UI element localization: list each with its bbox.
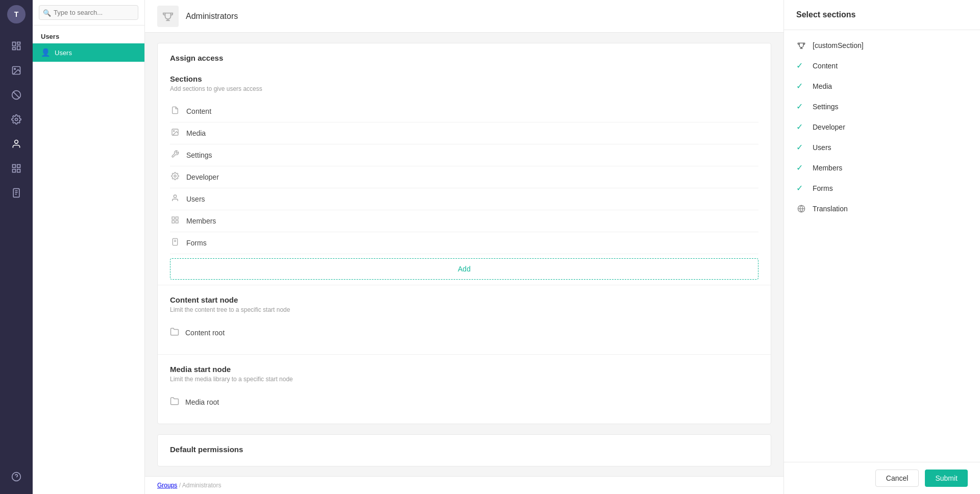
header-title: Administrators xyxy=(186,12,238,21)
nav-icon-users[interactable] xyxy=(6,134,27,154)
content-start-node-subtitle: Limit the content tree to a specific sta… xyxy=(170,306,758,313)
nav-icon-media[interactable] xyxy=(6,60,27,81)
sections-subtitle: Add sections to give users access xyxy=(170,85,758,92)
select-sections-header: Select sections xyxy=(784,0,980,30)
sidebar-item-users[interactable]: 👤 Users xyxy=(33,43,144,62)
default-permissions-card: Default permissions xyxy=(157,434,771,466)
option-forms[interactable]: ✓ Forms xyxy=(784,178,980,199)
option-members[interactable]: ✓ Members xyxy=(784,158,980,178)
option-users[interactable]: ✓ Users xyxy=(784,137,980,158)
svg-rect-23 xyxy=(176,217,178,219)
nav-icon-help[interactable] xyxy=(6,466,27,487)
content-area: Assign access Sections Add sections to g… xyxy=(145,33,783,487)
svg-rect-25 xyxy=(172,220,175,223)
assign-access-section: Assign access xyxy=(158,43,771,75)
svg-rect-10 xyxy=(17,169,20,172)
svg-point-20 xyxy=(174,175,176,177)
check-developer-icon: ✓ xyxy=(796,122,806,132)
forms-section-icon xyxy=(170,238,180,248)
right-panel: Select sections [customSection] ✓ Conten… xyxy=(783,0,980,494)
svg-rect-22 xyxy=(172,217,175,219)
content-root-item[interactable]: Content root xyxy=(170,322,758,344)
globe-icon xyxy=(796,204,806,214)
settings-icon xyxy=(170,150,180,160)
media-start-node-title: Media start node xyxy=(170,365,758,374)
assign-access-title: Assign access xyxy=(170,54,758,62)
trophy-icon xyxy=(162,11,174,22)
header-bar: Administrators xyxy=(145,0,783,33)
check-members-icon: ✓ xyxy=(796,163,806,173)
breadcrumb-groups[interactable]: Groups xyxy=(157,482,177,489)
check-settings-icon: ✓ xyxy=(796,102,806,112)
content-start-node-title: Content start node xyxy=(170,295,758,304)
svg-rect-24 xyxy=(176,220,178,223)
content-icon xyxy=(170,106,180,116)
main-content: Administrators Assign access Sections Ad… xyxy=(145,0,783,494)
check-content-icon: ✓ xyxy=(796,61,806,71)
right-panel-footer: Cancel Submit xyxy=(784,462,980,494)
option-content[interactable]: ✓ Content xyxy=(784,56,980,76)
trophy-opt-icon xyxy=(796,40,806,51)
media-start-node-section: Media start node Limit the media library… xyxy=(158,354,771,424)
media-start-node-subtitle: Limit the media library to a specific st… xyxy=(170,376,758,383)
nav-icon-settings[interactable] xyxy=(6,85,27,105)
check-forms-icon: ✓ xyxy=(796,183,806,193)
default-permissions-title: Default permissions xyxy=(170,445,758,454)
assign-access-card: Assign access Sections Add sections to g… xyxy=(157,43,771,424)
search-box: 🔍 xyxy=(33,0,144,26)
folder-icon xyxy=(170,327,179,338)
search-input[interactable] xyxy=(39,5,138,20)
svg-point-19 xyxy=(174,131,175,132)
svg-point-7 xyxy=(15,140,18,144)
nav-icon-members[interactable] xyxy=(6,158,27,179)
section-item-settings[interactable]: Settings xyxy=(170,144,758,166)
nav-icon-gear[interactable] xyxy=(6,109,27,130)
svg-rect-2 xyxy=(17,46,20,50)
content-start-node-section: Content start node Limit the content tre… xyxy=(158,285,771,354)
nav-icon-forms[interactable] xyxy=(6,183,27,203)
avatar[interactable]: T xyxy=(7,5,26,23)
cancel-button[interactable]: Cancel xyxy=(875,470,919,487)
breadcrumb: Groups / Administrators xyxy=(145,476,783,494)
submit-button[interactable]: Submit xyxy=(925,470,968,487)
svg-point-6 xyxy=(15,118,18,121)
add-section-button[interactable]: Add xyxy=(170,258,758,280)
select-sections-list: [customSection] ✓ Content ✓ Media ✓ Sett… xyxy=(784,30,980,462)
sidebar-section-title: Users xyxy=(33,26,144,43)
media-root-item[interactable]: Media root xyxy=(170,391,758,413)
media-icon xyxy=(170,128,180,138)
option-translation[interactable]: Translation xyxy=(784,199,980,219)
option-media[interactable]: ✓ Media xyxy=(784,76,980,96)
section-item-media[interactable]: Media xyxy=(170,122,758,144)
nav-icon-content[interactable] xyxy=(6,36,27,56)
svg-rect-11 xyxy=(13,169,16,172)
check-media-icon: ✓ xyxy=(796,81,806,91)
svg-rect-1 xyxy=(17,42,20,44)
members-section-icon xyxy=(170,216,180,226)
option-developer[interactable]: ✓ Developer xyxy=(784,117,980,137)
breadcrumb-current: Administrators xyxy=(182,482,222,489)
option-settings[interactable]: ✓ Settings xyxy=(784,96,980,117)
users-icon: 👤 xyxy=(41,48,51,57)
section-item-members[interactable]: Members xyxy=(170,210,758,232)
sections-label: Sections xyxy=(170,75,758,83)
section-item-developer[interactable]: Developer xyxy=(170,166,758,188)
left-nav: T xyxy=(0,0,33,494)
sidebar: 🔍 Users 👤 Users xyxy=(33,0,145,494)
developer-icon xyxy=(170,172,180,182)
section-item-forms[interactable]: Forms xyxy=(170,232,758,254)
media-folder-icon xyxy=(170,397,179,408)
svg-point-21 xyxy=(174,195,176,197)
section-item-content[interactable]: Content xyxy=(170,101,758,122)
svg-rect-9 xyxy=(17,165,20,168)
check-users-icon: ✓ xyxy=(796,142,806,153)
group-icon-box xyxy=(157,6,179,27)
users-section-icon xyxy=(170,194,180,204)
sections-area: Sections Add sections to give users acce… xyxy=(158,75,771,285)
search-icon: 🔍 xyxy=(43,9,51,16)
svg-rect-3 xyxy=(13,47,16,50)
svg-point-5 xyxy=(14,68,15,70)
section-item-users[interactable]: Users xyxy=(170,188,758,210)
option-customsection[interactable]: [customSection] xyxy=(784,35,980,56)
svg-rect-0 xyxy=(13,42,16,46)
